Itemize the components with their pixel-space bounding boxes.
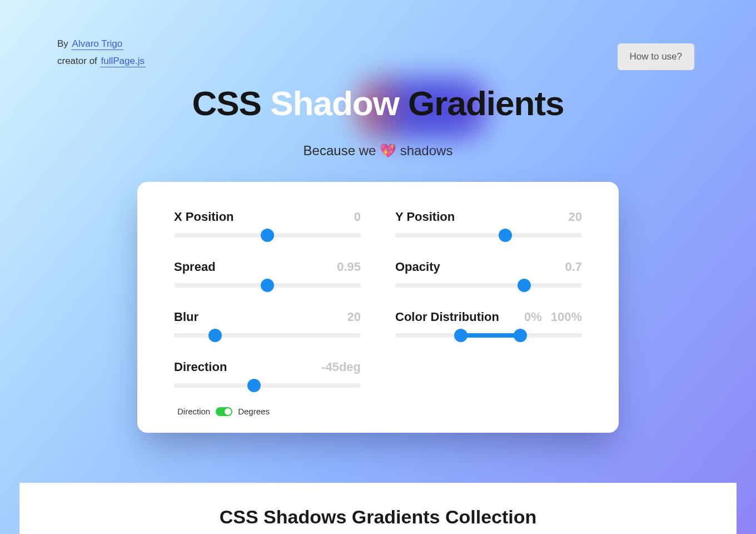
blur-slider[interactable]: [174, 333, 361, 338]
slider-thumb[interactable]: [499, 229, 512, 242]
author-link[interactable]: Alvaro Trigo: [71, 38, 124, 50]
direction-label: Direction: [174, 360, 227, 374]
spread-value: 0.95: [337, 260, 361, 274]
subtitle: Because we 💖 shadows: [19, 143, 737, 159]
project-link[interactable]: fullPage.js: [100, 56, 146, 67]
control-direction: Direction -45deg: [174, 360, 361, 394]
direction-slider[interactable]: [174, 383, 361, 388]
toggle-right-label: Degrees: [238, 407, 270, 416]
slider-thumb-high[interactable]: [514, 329, 527, 342]
x-position-value: 0: [354, 210, 361, 224]
slider-thumb-low[interactable]: [454, 329, 467, 342]
controls-panel: X Position 0 Y Position 20: [137, 182, 619, 433]
direction-mode-toggle-row: Direction Degrees: [177, 407, 361, 416]
slider-thumb[interactable]: [518, 279, 531, 292]
y-position-value: 20: [569, 210, 582, 224]
color-dist-low: 0%: [524, 310, 542, 324]
toggle-knob: [225, 408, 231, 415]
y-position-slider[interactable]: [395, 233, 582, 238]
blur-label: Blur: [174, 310, 198, 324]
slider-thumb[interactable]: [261, 229, 274, 242]
opacity-value: 0.7: [565, 260, 582, 274]
collection-title: CSS Shadows Gradients Collection: [19, 506, 737, 528]
direction-mode-toggle[interactable]: [216, 407, 232, 416]
control-opacity: Opacity 0.7: [395, 260, 582, 294]
control-y-position: Y Position 20: [395, 210, 582, 244]
blur-value: 20: [347, 310, 361, 324]
direction-value: -45deg: [321, 360, 361, 374]
x-position-label: X Position: [174, 210, 234, 224]
credits-block: By Alvaro Trigo creator of fullPage.js: [57, 36, 146, 70]
slider-thumb[interactable]: [261, 279, 274, 292]
opacity-label: Opacity: [395, 260, 440, 274]
opacity-slider[interactable]: [395, 283, 582, 288]
page-title: CSS Shadow Gradients: [192, 83, 564, 123]
control-blur: Blur 20: [174, 310, 361, 344]
title-pre: CSS: [192, 84, 270, 122]
color-dist-label: Color Distribution: [395, 310, 499, 324]
y-position-label: Y Position: [395, 210, 455, 224]
toggle-left-label: Direction: [177, 407, 210, 416]
title-post: Gradients: [399, 84, 564, 122]
control-color-distribution: Color Distribution 0% 100%: [395, 310, 582, 344]
spread-slider[interactable]: [174, 283, 361, 288]
spread-label: Spread: [174, 260, 216, 274]
credits-by: By: [57, 38, 68, 49]
control-spread: Spread 0.95: [174, 260, 361, 294]
how-to-use-button[interactable]: How to use?: [618, 43, 695, 70]
color-dist-high: 100%: [551, 310, 582, 324]
x-position-slider[interactable]: [174, 233, 361, 238]
credits-creator: creator of: [57, 56, 97, 66]
collection-section: CSS Shadows Gradients Collection: [19, 483, 737, 534]
slider-thumb[interactable]: [208, 329, 222, 342]
slider-thumb[interactable]: [247, 379, 261, 392]
color-dist-slider[interactable]: [395, 333, 582, 338]
title-shadow-word: Shadow: [270, 84, 399, 122]
slider-fill: [461, 333, 521, 338]
control-x-position: X Position 0: [174, 210, 361, 244]
